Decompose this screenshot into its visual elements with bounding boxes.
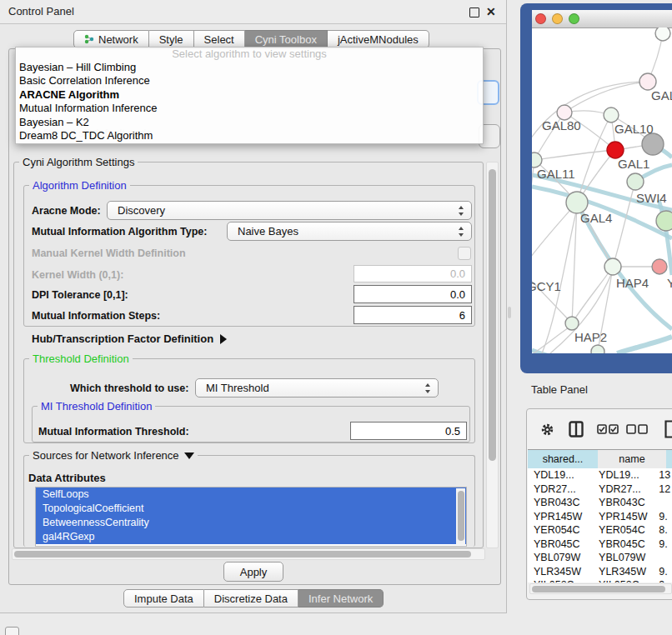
stepper-arrows-icon [459, 206, 464, 216]
network-window-titlebar[interactable] [532, 10, 672, 28]
data-attribute-item[interactable]: TopologicalCoefficient [36, 502, 466, 516]
algorithm-option[interactable]: Bayesian – K2 [16, 116, 483, 129]
network-node-hap2[interactable] [565, 317, 579, 330]
column-header-shared-name[interactable]: shared... [528, 449, 599, 469]
table-cell [656, 496, 672, 510]
algorithm-option[interactable]: Mutual Information Inference [16, 102, 483, 115]
deselect-all-checkboxes-icon[interactable] [626, 424, 648, 435]
float-window-icon[interactable] [469, 8, 479, 18]
table-row[interactable]: YPR145WYPR145W9. [528, 510, 672, 524]
table-cell: YPR145W [593, 510, 656, 524]
node-label: HAP2 [574, 330, 607, 344]
table-row[interactable]: YER054CYER054C8. [528, 523, 672, 538]
data-attribute-item[interactable]: BetweennessCentrality [36, 516, 466, 530]
settings-horizontal-scrollbar[interactable] [12, 548, 485, 560]
mi-steps-label: Mutual Information Steps: [32, 310, 160, 322]
node-label: GAL4 [580, 211, 612, 225]
mi-steps-input[interactable]: 6 [354, 306, 472, 324]
zoom-traffic-light-icon[interactable] [569, 13, 579, 24]
table-horizontal-scrollbar[interactable] [529, 583, 672, 594]
sources-title-toggle[interactable]: Sources for Network Inference [29, 449, 198, 462]
group-title: Algorithm Definition [29, 179, 130, 192]
network-node-hap4[interactable] [604, 258, 621, 275]
mi-threshold-input[interactable]: 0.5 [350, 422, 467, 440]
select-all-checkboxes-icon[interactable] [597, 424, 619, 435]
column-header-partial[interactable] [666, 449, 672, 469]
node-label: SWI4 [636, 191, 667, 205]
table-cell [656, 551, 672, 565]
table-row[interactable]: YBR043CYBR043C [528, 496, 672, 510]
apply-button[interactable]: Apply [223, 562, 283, 582]
panel-splitter-handle[interactable] [508, 307, 511, 318]
algorithm-dropdown-popup: Select algorithm to view settings Bayesi… [15, 47, 484, 144]
algorithm-option[interactable]: ARACNE Algorithm [16, 88, 483, 102]
table-cell: 9. [656, 510, 672, 524]
close-icon[interactable]: ✕ [486, 4, 496, 19]
table-cell: 13 [656, 468, 672, 482]
network-node-gal[interactable] [639, 73, 656, 90]
table-row[interactable]: YIL052CYIL052C9 [528, 578, 672, 582]
network-canvas[interactable]: GALGAL80GAL10GAL1GAL11SWI4GAL4HAP4YGCY1H… [532, 28, 672, 353]
tab-impute-data[interactable]: Impute Data [123, 589, 204, 608]
node-label: GAL10 [614, 122, 654, 136]
table-row[interactable]: YDR27...YDR27...12 [528, 482, 672, 497]
table-row[interactable]: YDL19...YDL19...13 [528, 468, 672, 482]
tab-cyni-toolbox[interactable]: Cyni Toolbox [245, 30, 328, 48]
split-columns-icon[interactable] [569, 421, 584, 438]
tab-discretize-data[interactable]: Discretize Data [204, 589, 298, 608]
file-icon[interactable] [664, 420, 672, 438]
close-traffic-light-icon[interactable] [535, 13, 546, 24]
tab-jactivemnodules[interactable]: jActiveMNodules [328, 30, 429, 48]
dpi-tolerance-input[interactable]: 0.0 [354, 285, 472, 303]
algorithm-option[interactable]: Basic Correlation Inference [16, 74, 483, 88]
data-attribute-item[interactable]: gal4RGexp [36, 530, 466, 544]
table-rows[interactable]: YDL19...YDL19...13YDR27...YDR27...12YBR0… [528, 468, 672, 582]
hub-definition-toggle[interactable]: Hub/Transcription Factor Definition [32, 332, 227, 345]
table-cell: YBL079W [528, 551, 593, 565]
table-cell: YIL052C [593, 578, 656, 582]
table-cell: YLR345W [528, 565, 593, 579]
tab-select[interactable]: Select [194, 30, 245, 48]
algorithm-option[interactable]: Bayesian – Hill Climbing [16, 61, 483, 74]
algorithm-option[interactable]: Dream8 DC_TDC Algorithm [16, 129, 483, 142]
docked-panel-icon[interactable] [5, 627, 19, 635]
tab-infer-network[interactable]: Infer Network [298, 589, 384, 608]
table-row[interactable]: YBL079WYBL079W [528, 551, 672, 565]
minimize-traffic-light-icon[interactable] [552, 13, 563, 24]
network-node-y[interactable] [652, 259, 667, 274]
aracne-mode-select[interactable]: Discovery [107, 201, 472, 220]
group-title: Cyni Algorithm Settings [19, 156, 138, 168]
node-label: Y [667, 276, 672, 290]
network-node[interactable] [591, 345, 604, 353]
group-title: Threshold Definition [29, 352, 133, 365]
table-row[interactable]: YBR045CYBR045C9. [528, 538, 672, 552]
which-threshold-select[interactable]: MI Threshold [195, 378, 439, 398]
table-cell: YBR043C [593, 496, 656, 510]
list-scrollbar[interactable] [456, 488, 465, 545]
settings-vertical-scrollbar[interactable] [486, 162, 499, 548]
column-header-name[interactable]: name [598, 449, 667, 469]
gear-icon[interactable] [540, 422, 554, 437]
tab-network[interactable]: Network [73, 30, 149, 48]
network-node-swi4[interactable] [627, 173, 644, 190]
manual-kernel-width-checkbox[interactable] [458, 247, 471, 260]
manual-kernel-width-label: Manual Kernel Width Definition [32, 248, 186, 259]
dpi-tolerance-label: DPI Tolerance [0,1]: [32, 289, 128, 301]
data-attribute-item[interactable]: SelfLoops [36, 488, 466, 502]
mi-algorithm-type-select[interactable]: Naive Bayes [227, 222, 472, 241]
algorithm-option-list: Bayesian – Hill ClimbingBasic Correlatio… [16, 61, 483, 142]
table-row[interactable]: YLR345WYLR345W9. [528, 565, 672, 579]
which-threshold-label: Which threshold to use: [70, 382, 188, 394]
tab-style[interactable]: Style [149, 30, 194, 48]
network-node[interactable] [655, 28, 670, 41]
network-node[interactable] [642, 133, 664, 155]
table-cell: 9. [656, 538, 672, 552]
network-node-gal11[interactable] [532, 152, 542, 168]
network-node-gal10[interactable] [604, 108, 619, 122]
table-cell: YDR27... [593, 482, 656, 497]
network-node-gal1[interactable] [607, 142, 624, 158]
node-label: GCY1 [532, 279, 561, 293]
mi-algorithm-type-label: Mutual Information Algorithm Type: [32, 226, 207, 238]
network-node[interactable] [656, 211, 672, 231]
kernel-width-input[interactable]: 0.0 [354, 265, 472, 282]
